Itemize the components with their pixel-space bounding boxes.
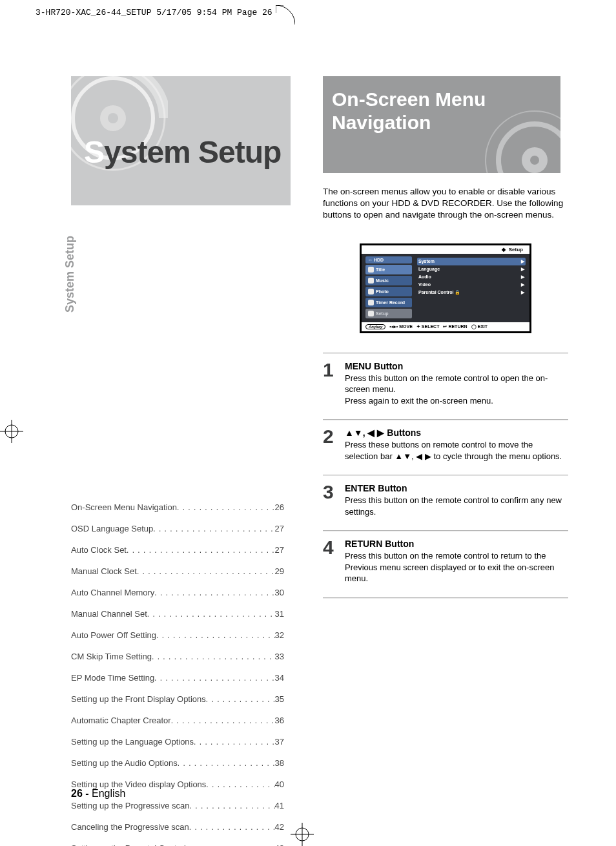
toc-row: Automatic Chapter Creator36 — [71, 716, 284, 725]
toc-leader — [127, 546, 275, 555]
osd-menu-label: System — [418, 259, 435, 264]
osd-nav-item-icon — [368, 311, 374, 316]
toc-page: 34 — [275, 673, 284, 683]
page-footer: 26 - English — [71, 788, 126, 800]
toc-leader — [154, 588, 274, 597]
osd-menu-row: Parental Control 🔒▶ — [417, 289, 526, 296]
osd-exit-hint: ◯ EXIT — [471, 324, 488, 329]
osd-anykey-chip: Anykey — [365, 324, 385, 329]
step-title: ▲▼, ◀ ▶ Buttons — [345, 428, 421, 438]
toc-row: On-Screen Menu Navigation26 — [71, 502, 284, 512]
osd-menu-row: Audio▶ — [417, 273, 526, 281]
toc-page: 26 — [275, 502, 284, 512]
chevron-right-icon: ▶ — [521, 274, 524, 280]
toc-label: OSD Language Setup — [71, 524, 153, 533]
intro-paragraph: The on-screen menus allow you to enable … — [323, 186, 568, 222]
osd-nav-item-label: Title — [376, 267, 385, 272]
osd-screenshot: ◆ Setup ↔ HDD TitleMusicPhotoTimer Recor… — [360, 243, 531, 333]
osd-menu-label: Parental Control 🔒 — [418, 290, 460, 295]
toc-row: Setting up the Front Display Options35 — [71, 694, 284, 704]
chevron-right-icon: ▶ — [521, 290, 524, 295]
osd-nav-item: Music — [365, 276, 412, 285]
step-text: Press this button on the remote control … — [345, 373, 548, 395]
osd-nav-item-icon — [368, 300, 374, 305]
osd-menu-label: Audio — [418, 274, 431, 280]
toc-row: Auto Clock Set27 — [71, 545, 284, 555]
toc-page: 42 — [275, 822, 284, 832]
toc-page: 33 — [275, 652, 284, 661]
section-title-line1: On-Screen Menu — [332, 88, 560, 111]
toc-leader — [178, 759, 275, 768]
toc-row: Auto Channel Memory30 — [71, 588, 284, 597]
toc-row: OSD Language Setup27 — [71, 524, 284, 533]
step-number: 1 — [323, 360, 338, 407]
toc-row: Setting up the Parental Control43 — [71, 843, 284, 846]
osd-menu-row: Video▶ — [417, 281, 526, 289]
toc-label: Setting up the Progressive scan — [71, 801, 190, 810]
osd-nav-item: Setup — [365, 309, 412, 318]
toc-label: Auto Clock Set — [71, 545, 127, 555]
osd-menu-label: Language — [418, 267, 440, 272]
toc-label: EP Mode Time Setting — [71, 673, 154, 683]
toc-row: Manual Channel Set31 — [71, 609, 284, 619]
toc-page: 37 — [275, 737, 284, 747]
toc-row: Setting up the Progressive scan41 — [71, 801, 284, 810]
step-title: RETURN Button — [345, 539, 414, 549]
step-title: ENTER Button — [345, 483, 407, 493]
toc-label: Setting up the Front Display Options — [71, 694, 206, 704]
toc-page: 27 — [275, 524, 284, 533]
toc-leader — [194, 738, 274, 747]
page-number: 26 - — [71, 788, 89, 799]
toc-label: Manual Channel Set — [71, 609, 147, 619]
step-body: MENU ButtonPress this button on the remo… — [345, 360, 568, 407]
toc-row: Manual Clock Set29 — [71, 566, 284, 576]
osd-nav-item-icon — [368, 267, 374, 273]
osd-source-label: ↔ HDD — [365, 256, 412, 263]
chevron-right-icon: ▶ — [521, 267, 524, 272]
osd-return-hint: ↩ RETURN — [443, 324, 467, 329]
toc-leader — [153, 524, 274, 533]
step-number: 3 — [323, 482, 338, 517]
toc-page: 41 — [275, 801, 284, 810]
toc-leader — [206, 695, 275, 704]
osd-nav-item-icon — [368, 289, 374, 294]
toc-label: Automatic Chapter Creator — [71, 716, 171, 725]
chevron-right-icon: ▶ — [521, 259, 524, 264]
chapter-title-rest: ystem Setup — [104, 135, 281, 169]
section-tab: System Setup — [63, 236, 77, 313]
print-header: 3-HR720-XAC_26-44_SETUP 5/17/05 9:54 PM … — [36, 8, 272, 17]
toc-leader — [147, 610, 275, 619]
toc-row: Canceling the Progressive scan42 — [71, 822, 284, 832]
osd-top-label: Setup — [509, 247, 523, 253]
osd-nav-item-icon — [368, 278, 374, 284]
step-text: Press again to exit the on-screen menu. — [345, 396, 493, 406]
instruction-step: 1MENU ButtonPress this button on the rem… — [323, 354, 568, 420]
osd-select-hint: ✦ SELECT — [416, 324, 440, 329]
chapter-hero: System Setup — [71, 76, 291, 205]
osd-menu-row: Language▶ — [417, 265, 526, 273]
svg-point-11 — [108, 113, 118, 123]
toc-label: Setting up the Parental Control — [71, 843, 186, 846]
toc-leader — [171, 716, 275, 725]
toc-leader — [177, 503, 275, 512]
toc-row: Auto Power Off Setting32 — [71, 630, 284, 640]
step-body: ENTER ButtonPress this button on the rem… — [345, 482, 568, 517]
toc-label: Canceling the Progressive scan — [71, 822, 189, 832]
step-title: MENU Button — [345, 361, 403, 371]
osd-nav-item-label: Setup — [376, 311, 388, 316]
toc-label: Setting up the Language Options — [71, 737, 194, 747]
osd-nav-item: Photo — [365, 287, 412, 296]
toc-page: 29 — [275, 566, 284, 576]
instruction-step: 2▲▼, ◀ ▶ ButtonsPress these buttons on r… — [323, 420, 568, 475]
toc-row: EP Mode Time Setting34 — [71, 673, 284, 683]
toc-leader — [152, 652, 275, 661]
step-body: ▲▼, ◀ ▶ ButtonsPress these buttons on re… — [345, 427, 568, 462]
step-text: Press this button on the remote control … — [345, 495, 562, 517]
chevron-right-icon: ▶ — [521, 282, 524, 287]
toc-label: Auto Channel Memory — [71, 588, 154, 597]
toc-row: Setting up the Language Options37 — [71, 737, 284, 747]
toc-leader — [154, 674, 274, 683]
osd-move-hint: •◂▸• MOVE — [389, 324, 412, 329]
step-body: RETURN ButtonPress this button on the re… — [345, 538, 568, 584]
registration-mark-icon — [0, 420, 23, 443]
